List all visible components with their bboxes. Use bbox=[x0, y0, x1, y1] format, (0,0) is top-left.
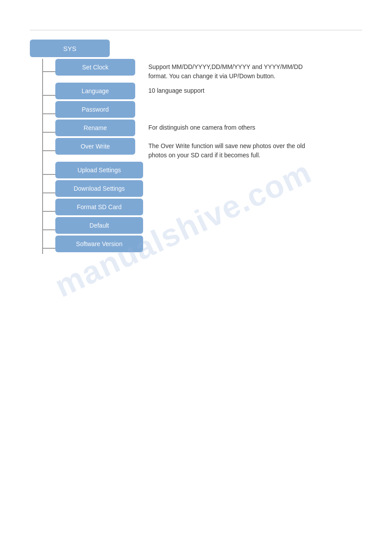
set-clock-button[interactable]: Set Clock bbox=[55, 59, 135, 76]
format-sd-button[interactable]: Format SD Card bbox=[55, 199, 143, 215]
default-button[interactable]: Default bbox=[55, 217, 143, 234]
h-connector-download-settings bbox=[43, 192, 55, 193]
h-connector-default bbox=[43, 229, 55, 230]
h-connector-format-sd bbox=[43, 211, 55, 212]
rename-description: For distinguish one camera from others bbox=[148, 120, 255, 132]
top-divider bbox=[30, 30, 362, 30]
item-default-row: Default bbox=[43, 217, 315, 234]
software-version-button[interactable]: Software Version bbox=[55, 236, 143, 252]
overwrite-description: The Over Write function will save new ph… bbox=[148, 138, 315, 160]
h-connector-software-version bbox=[43, 248, 55, 249]
password-button[interactable]: Password bbox=[55, 101, 135, 118]
item-software-version-row: Software Version bbox=[43, 236, 315, 252]
set-clock-description: Support MM/DD/YYYY,DD/MM/YYYY and YYYY/M… bbox=[148, 59, 315, 81]
download-settings-button[interactable]: Download Settings bbox=[55, 180, 143, 197]
item-download-settings-row: Download Settings bbox=[43, 180, 315, 197]
item-set-clock-row: Set Clock Support MM/DD/YYYY,DD/MM/YYYY … bbox=[43, 59, 315, 81]
item-rename-row: Rename For distinguish one camera from o… bbox=[43, 120, 315, 136]
rename-button[interactable]: Rename bbox=[55, 120, 135, 136]
language-button[interactable]: Language bbox=[55, 83, 135, 99]
sys-button[interactable]: SYS bbox=[30, 40, 110, 57]
h-connector-set-clock bbox=[43, 71, 55, 72]
item-language-row: Language 10 language support bbox=[43, 83, 315, 99]
h-connector-language bbox=[43, 95, 55, 96]
main-content: SYS Set Clock Support MM/DD/YYYY,DD/MM/Y… bbox=[30, 40, 362, 254]
overwrite-button[interactable]: Over Write bbox=[55, 138, 135, 155]
language-description: 10 language support bbox=[148, 83, 205, 95]
h-connector-overwrite bbox=[43, 150, 55, 151]
h-connector-upload-settings bbox=[43, 174, 55, 175]
upload-settings-button[interactable]: Upload Settings bbox=[55, 162, 143, 178]
h-connector-rename bbox=[43, 132, 55, 133]
item-upload-settings-row: Upload Settings bbox=[43, 162, 315, 178]
item-format-sd-row: Format SD Card bbox=[43, 199, 315, 215]
item-overwrite-row: Over Write The Over Write function will … bbox=[43, 138, 315, 160]
menu-items-column: Set Clock Support MM/DD/YYYY,DD/MM/YYYY … bbox=[43, 59, 315, 254]
h-connector-password bbox=[43, 113, 55, 114]
item-password-row: Password bbox=[43, 101, 315, 118]
